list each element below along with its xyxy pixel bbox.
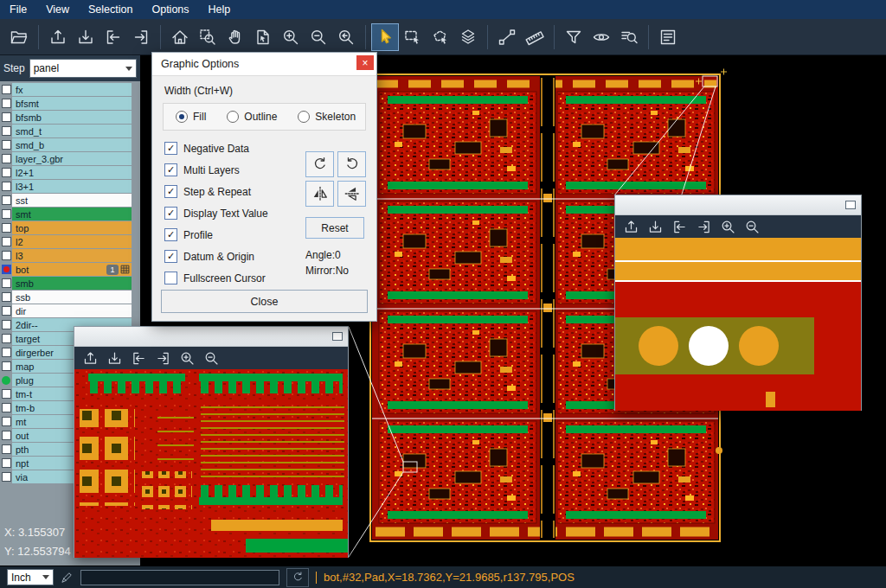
checkbox-step-repeat[interactable]: ✓Step & Repeat — [164, 181, 268, 202]
pan-hand-icon[interactable] — [222, 23, 249, 51]
layer-row-smt[interactable]: smt — [0, 208, 140, 220]
layer-checkbox[interactable] — [2, 403, 11, 412]
layer-checkbox[interactable] — [2, 458, 11, 468]
dialog-titlebar[interactable]: Graphic Options × — [152, 53, 376, 76]
zoom-out-icon[interactable] — [741, 216, 763, 237]
layer-checkbox[interactable] — [2, 306, 11, 316]
unit-select[interactable]: Inch — [7, 569, 54, 585]
layer-checkbox[interactable] — [2, 292, 11, 302]
export-up-icon[interactable] — [620, 216, 642, 237]
cursor-select-icon[interactable] — [371, 23, 399, 51]
mirror-v-button[interactable] — [337, 181, 366, 207]
rotate-ccw-button[interactable] — [337, 151, 366, 177]
export-right-icon[interactable] — [151, 348, 174, 368]
highlight-eye-icon[interactable] — [587, 23, 615, 51]
layer-checkbox[interactable] — [2, 237, 11, 246]
zoom-window-2[interactable] — [614, 195, 862, 411]
layer-checkbox[interactable] — [2, 251, 11, 260]
layer-label-bar[interactable]: bot1 — [12, 263, 132, 276]
layer-label-bar[interactable]: top — [12, 221, 132, 234]
layer-row-fx[interactable]: fx — [0, 83, 140, 96]
layer-label-bar[interactable]: layer_3.gbr — [12, 152, 132, 165]
reset-button[interactable]: Reset — [305, 217, 364, 239]
zoom-in-icon[interactable] — [716, 216, 739, 237]
layer-checkbox[interactable] — [2, 334, 11, 343]
export-up-icon[interactable] — [79, 348, 101, 368]
menu-item-file[interactable]: File — [0, 0, 36, 19]
refresh-icon[interactable] — [286, 568, 309, 587]
rotate-cw-button[interactable] — [305, 151, 334, 177]
layer-checkbox[interactable] — [2, 140, 11, 150]
layer-label-bar[interactable]: smb — [12, 277, 132, 290]
layer-row-dir[interactable]: dir — [0, 304, 140, 317]
layer-row-smd_b[interactable]: smd_b — [0, 138, 140, 151]
export-up-icon[interactable] — [44, 23, 72, 51]
mirror-h-button[interactable] — [305, 181, 334, 207]
zoom-in-icon[interactable] — [176, 348, 198, 368]
group-select-icon[interactable] — [427, 23, 454, 51]
layer-checkbox[interactable] — [2, 417, 11, 426]
layers-icon[interactable] — [454, 23, 482, 51]
layer-row-smb[interactable]: smb — [0, 277, 140, 290]
dialog-close-button[interactable]: × — [356, 55, 374, 70]
layer-checkbox[interactable] — [2, 223, 11, 233]
layer-row-ssb[interactable]: ssb — [0, 291, 140, 304]
layer-label-bar[interactable]: sst — [12, 194, 132, 207]
restore-icon[interactable] — [332, 332, 343, 341]
zoom-previous-icon[interactable] — [332, 23, 360, 51]
layer-row-bot[interactable]: bot1 — [0, 263, 140, 276]
layer-checkbox[interactable] — [2, 472, 11, 482]
layer-row-l2+1[interactable]: l2+1 — [0, 166, 140, 179]
report-icon[interactable] — [654, 23, 682, 51]
layer-checkbox[interactable] — [2, 195, 11, 205]
layer-label-bar[interactable]: bfsmt — [12, 97, 132, 110]
layer-row-bfsmb[interactable]: bfsmb — [0, 111, 140, 124]
filter-icon[interactable] — [560, 23, 587, 51]
zoom-window-2-content[interactable] — [615, 238, 861, 411]
layer-label-bar[interactable]: smd_t — [12, 125, 132, 137]
import-left-icon[interactable] — [668, 216, 690, 237]
graphic-options-dialog[interactable]: Graphic Options × Width (Ctrl+W) FillOut… — [151, 52, 377, 322]
checkbox-display-text-value[interactable]: ✓Display Text Value — [164, 202, 268, 224]
layer-checkbox[interactable] — [2, 168, 11, 177]
layer-label-bar[interactable]: dir — [12, 304, 132, 317]
home-icon[interactable] — [166, 23, 194, 51]
layer-checkbox[interactable] — [2, 209, 11, 219]
radio-outline[interactable]: Outline — [227, 111, 277, 123]
layer-checkbox[interactable] — [2, 99, 11, 108]
layer-label-bar[interactable]: l2+1 — [12, 166, 132, 179]
layer-label-bar[interactable]: bfsmb — [12, 111, 132, 124]
zoom-window-1-content[interactable] — [74, 369, 348, 558]
folder-open-icon[interactable] — [5, 23, 33, 51]
zoom-window-1-titlebar[interactable] — [74, 327, 348, 347]
layer-label-bar[interactable]: smt — [12, 208, 132, 220]
menu-item-view[interactable]: View — [36, 0, 79, 19]
layer-row-sst[interactable]: sst — [0, 194, 140, 207]
layer-checkbox[interactable] — [2, 320, 11, 329]
import-down-icon[interactable] — [103, 348, 125, 368]
layer-row-layer_3.gbr[interactable]: layer_3.gbr — [0, 152, 140, 165]
radio-skeleton[interactable]: Skeleton — [298, 111, 356, 123]
export-right-icon[interactable] — [692, 216, 715, 237]
restore-icon[interactable] — [845, 201, 856, 209]
layer-checkbox[interactable] — [2, 278, 11, 288]
zoom-window-1[interactable] — [74, 326, 349, 558]
menu-item-help[interactable]: Help — [199, 0, 241, 19]
radio-fill[interactable]: Fill — [176, 111, 206, 123]
ruler-icon[interactable] — [521, 23, 549, 51]
zoom-window-2-titlebar[interactable] — [615, 195, 861, 215]
layer-row-l3+1[interactable]: l3+1 — [0, 180, 140, 193]
layer-checkbox[interactable] — [2, 126, 11, 136]
layer-row-smd_t[interactable]: smd_t — [0, 125, 140, 137]
layer-label-bar[interactable]: ssb — [12, 291, 132, 304]
layer-label-bar[interactable]: l3 — [12, 249, 132, 262]
zoom-in-icon[interactable] — [277, 23, 305, 51]
checkbox-negative-data[interactable]: ✓Negative Data — [164, 137, 268, 159]
layer-checkbox[interactable] — [2, 361, 11, 371]
find-icon[interactable] — [615, 23, 643, 51]
rect-select-icon[interactable] — [399, 23, 427, 51]
layer-row-l2[interactable]: l2 — [0, 235, 140, 248]
zoom-out-icon[interactable] — [200, 348, 222, 368]
layer-label-bar[interactable]: fx — [12, 83, 132, 96]
page-select-icon[interactable] — [249, 23, 277, 51]
